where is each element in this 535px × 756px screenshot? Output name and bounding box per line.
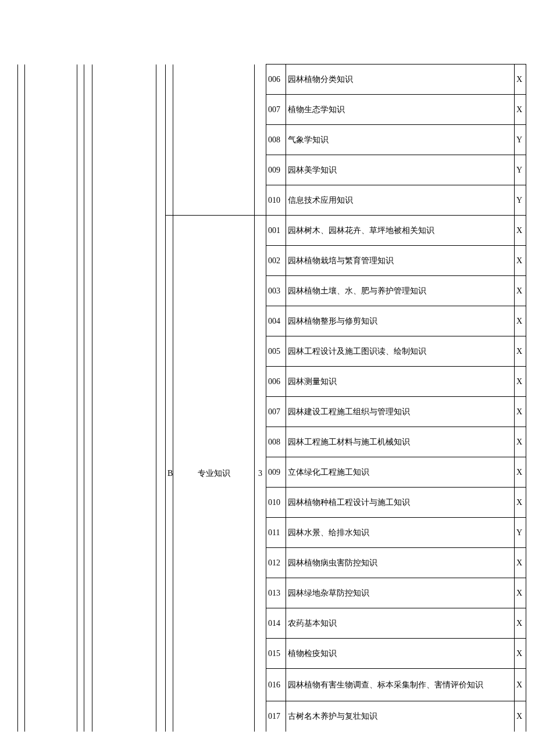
item-description: 园林植物土壤、水、肥与养护管理知识 <box>286 276 515 306</box>
item-flag: X <box>515 336 526 367</box>
outer-col-2 <box>25 65 77 732</box>
item-flag: Y <box>515 185 526 216</box>
item-flag: X <box>515 488 526 518</box>
item-description: 园林植物栽培与繁育管理知识 <box>286 246 515 276</box>
item-number: 012 <box>266 548 286 578</box>
item-flag: X <box>515 578 526 608</box>
item-number: 001 <box>266 216 286 246</box>
item-description: 园林测量知识 <box>286 367 515 397</box>
item-description: 园林植物病虫害防控知识 <box>286 548 515 578</box>
item-number: 003 <box>266 276 286 306</box>
outer-col-1 <box>18 65 25 732</box>
item-flag: Y <box>515 125 526 155</box>
item-description: 园林植物整形与修剪知识 <box>286 306 515 336</box>
item-number: 011 <box>266 518 286 548</box>
section-code: B <box>166 216 173 732</box>
item-number: 002 <box>266 246 286 276</box>
item-flag: X <box>515 701 526 732</box>
outer-col-3 <box>77 65 84 732</box>
section-title-top <box>173 65 255 216</box>
item-description: 园林树木、园林花卉、草坪地被相关知识 <box>286 216 515 246</box>
item-description: 园林建设工程施工组织与管理知识 <box>286 397 515 427</box>
item-flag: X <box>515 427 526 457</box>
item-description: 农药基本知识 <box>286 608 515 639</box>
item-number: 009 <box>266 457 286 488</box>
item-description: 园林植物分类知识 <box>286 65 515 95</box>
item-flag: X <box>515 608 526 639</box>
table-row: 006园林植物分类知识X <box>18 65 526 95</box>
item-number: 017 <box>266 701 286 732</box>
item-description: 园林工程施工材料与施工机械知识 <box>286 427 515 457</box>
item-description: 园林工程设计及施工图识读、绘制知识 <box>286 336 515 367</box>
item-number: 005 <box>266 336 286 367</box>
item-number: 007 <box>266 397 286 427</box>
knowledge-table: 006园林植物分类知识X007植物生态学知识X008气象学知识Y009园林美学知… <box>17 64 526 732</box>
item-description: 园林美学知识 <box>286 155 515 185</box>
item-number: 009 <box>266 155 286 185</box>
item-number: 010 <box>266 488 286 518</box>
item-number: 004 <box>266 306 286 336</box>
item-flag: X <box>515 669 526 701</box>
item-number: 015 <box>266 639 286 669</box>
item-flag: Y <box>515 155 526 185</box>
outer-col-6 <box>156 65 166 732</box>
item-flag: X <box>515 397 526 427</box>
item-flag: X <box>515 367 526 397</box>
item-number: 007 <box>266 95 286 125</box>
item-flag: X <box>515 276 526 306</box>
item-number: 013 <box>266 578 286 608</box>
item-number: 006 <box>266 367 286 397</box>
item-flag: X <box>515 457 526 488</box>
item-description: 信息技术应用知识 <box>286 185 515 216</box>
item-description: 植物检疫知识 <box>286 639 515 669</box>
item-flag: X <box>515 306 526 336</box>
item-description: 园林水景、给排水知识 <box>286 518 515 548</box>
item-number: 008 <box>266 125 286 155</box>
item-number: 006 <box>266 65 286 95</box>
item-number: 008 <box>266 427 286 457</box>
outer-col-4 <box>84 65 92 732</box>
item-description: 园林植物有害生物调查、标本采集制作、害情评价知识 <box>286 669 515 701</box>
item-description: 立体绿化工程施工知识 <box>286 457 515 488</box>
item-description: 园林植物种植工程设计与施工知识 <box>286 488 515 518</box>
item-description: 古树名木养护与复壮知识 <box>286 701 515 732</box>
item-flag: X <box>515 95 526 125</box>
item-number: 016 <box>266 669 286 701</box>
item-number: 014 <box>266 608 286 639</box>
item-description: 植物生态学知识 <box>286 95 515 125</box>
item-flag: Y <box>515 518 526 548</box>
item-number: 010 <box>266 185 286 216</box>
item-description: 园林绿地杂草防控知识 <box>286 578 515 608</box>
section-count-top <box>255 65 266 216</box>
section-code-top <box>166 65 173 216</box>
section-count: 3 <box>255 216 266 732</box>
section-title: 专业知识 <box>173 216 255 732</box>
item-flag: X <box>515 548 526 578</box>
outer-col-5 <box>92 65 156 732</box>
item-flag: X <box>515 216 526 246</box>
item-flag: X <box>515 65 526 95</box>
item-description: 气象学知识 <box>286 125 515 155</box>
item-flag: X <box>515 639 526 669</box>
item-flag: X <box>515 246 526 276</box>
